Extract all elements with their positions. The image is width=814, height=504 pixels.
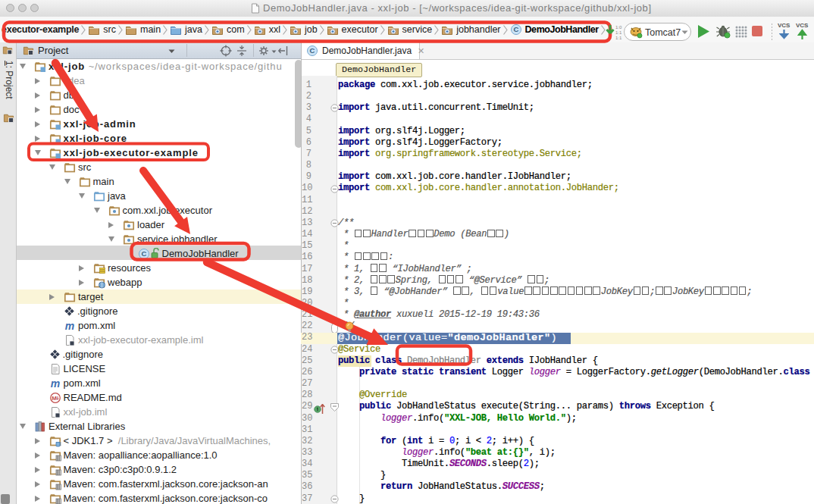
- svg-text:m: m: [65, 320, 74, 332]
- svg-text:m: m: [50, 377, 59, 390]
- svg-text:C: C: [310, 46, 315, 55]
- svg-text:M: M: [52, 395, 57, 402]
- svg-text:C: C: [141, 249, 146, 258]
- svg-text:C: C: [513, 25, 518, 33]
